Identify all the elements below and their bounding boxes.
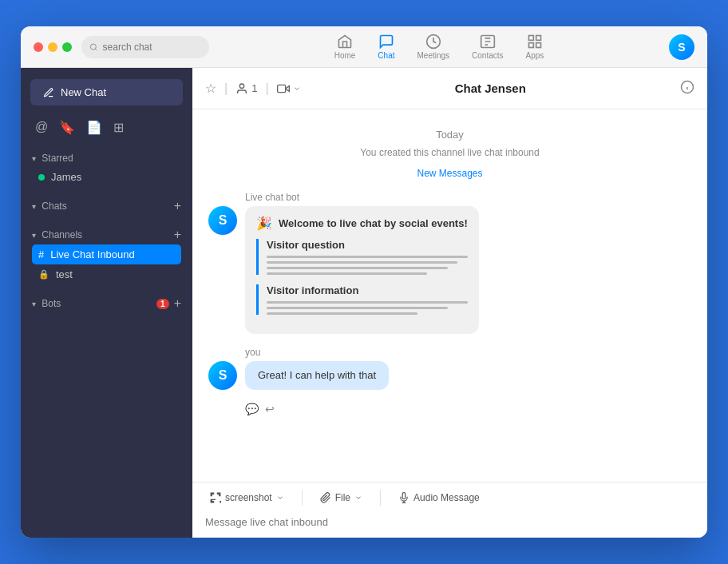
line5 — [267, 301, 468, 304]
svg-rect-5 — [528, 43, 533, 48]
nav-chat[interactable]: Chat — [378, 34, 394, 60]
svg-rect-9 — [277, 85, 285, 92]
video-icon — [277, 82, 290, 95]
info-icon — [680, 80, 694, 94]
line1 — [267, 256, 468, 258]
line4 — [267, 272, 427, 275]
channels-header[interactable]: ▾ Channels + — [32, 225, 181, 244]
nav-home[interactable]: Home — [334, 34, 356, 60]
titlebar: Home Chat Meetings Contacts Apps S — [21, 26, 707, 68]
channels-section: ▾ Channels + # Live Chat Inbound 🔒 test — [21, 220, 192, 289]
sidebar-quick-icons: @ 🔖 📄 ⊞ — [21, 117, 192, 145]
minimize-button[interactable] — [48, 42, 57, 52]
visitor-info-section: Visitor information — [256, 284, 468, 315]
file-attach-icon — [320, 492, 331, 503]
input-toolbar: screenshot File Audio Message — [205, 489, 694, 506]
test-channel-label: test — [56, 268, 73, 280]
chat-title: Chat Jensen — [311, 81, 671, 95]
screenshot-button[interactable]: screenshot — [205, 489, 289, 506]
message-input[interactable] — [205, 513, 694, 531]
line3 — [267, 267, 448, 269]
star-icon[interactable]: ☆ — [205, 81, 216, 96]
starred-label: Starred — [42, 153, 73, 164]
person-icon — [235, 82, 248, 95]
you-message-text: Great! I can help with that — [258, 369, 376, 381]
line6 — [267, 307, 448, 309]
messages-container[interactable]: Today You created this channel live chat… — [192, 109, 707, 482]
add-chat-button[interactable]: + — [174, 200, 181, 212]
svg-point-0 — [90, 44, 96, 50]
bots-label: Bots — [42, 298, 61, 309]
lock-icon: 🔒 — [38, 269, 49, 280]
nav-meetings-label: Meetings — [417, 51, 449, 60]
svg-rect-4 — [536, 36, 541, 41]
meetings-icon — [425, 34, 441, 50]
chat-area: ☆ | 1 | Chat Jensen — [192, 68, 707, 538]
screenshot-icon — [210, 492, 221, 503]
bots-badge: 1 — [156, 299, 169, 309]
search-input[interactable] — [103, 42, 201, 53]
visitor-question-section: Visitor question — [256, 239, 468, 275]
bots-section: ▾ Bots 1 + — [21, 289, 192, 318]
line7 — [267, 312, 417, 315]
search-bar[interactable] — [81, 36, 209, 58]
info-button[interactable] — [680, 80, 694, 97]
new-chat-label: New Chat — [61, 86, 106, 98]
nav-chat-label: Chat — [378, 51, 394, 60]
file-button[interactable]: File — [315, 489, 367, 506]
app-window: Home Chat Meetings Contacts Apps S — [21, 26, 707, 538]
channel-info: You created this channel live chat inbou… — [208, 147, 691, 158]
starred-header[interactable]: ▾ Starred — [32, 149, 181, 167]
nav-contacts[interactable]: Contacts — [472, 34, 503, 60]
participant-count[interactable]: 1 — [235, 82, 257, 95]
visitor-info-title: Visitor information — [267, 284, 468, 296]
audio-label: Audio Message — [413, 492, 480, 503]
maximize-button[interactable] — [62, 42, 72, 52]
file-dropdown-icon — [354, 494, 362, 502]
sep2 — [380, 490, 381, 506]
add-bot-button[interactable]: + — [174, 297, 181, 310]
screenshot-dropdown-icon — [276, 494, 284, 502]
sidebar: New Chat @ 🔖 📄 ⊞ ▾ Starred James — [21, 68, 192, 538]
divider2: | — [265, 81, 268, 96]
chats-arrow-icon: ▾ — [32, 202, 36, 211]
svg-rect-6 — [536, 43, 541, 48]
user-avatar[interactable]: S — [669, 34, 694, 60]
nav-apps[interactable]: Apps — [526, 34, 544, 60]
mic-icon — [398, 492, 410, 503]
video-button[interactable] — [277, 82, 301, 95]
sep1 — [302, 490, 303, 506]
chats-header[interactable]: ▾ Chats + — [32, 197, 181, 216]
visitor-question-title: Visitor question — [267, 239, 468, 251]
sidebar-item-test[interactable]: 🔒 test — [32, 264, 181, 284]
svg-point-7 — [239, 84, 243, 88]
nav-meetings[interactable]: Meetings — [417, 34, 449, 60]
bot-sender-label: Live chat bot — [245, 192, 691, 203]
main-content: New Chat @ 🔖 📄 ⊞ ▾ Starred James — [21, 68, 707, 538]
chat-icon — [378, 34, 394, 50]
starred-arrow-icon: ▾ — [32, 154, 36, 163]
screenshot-label: screenshot — [225, 492, 272, 503]
channel-hash-icon: # — [38, 248, 44, 260]
close-button[interactable] — [34, 42, 43, 52]
file-icon[interactable]: 📄 — [86, 120, 102, 135]
chat-header-left: ☆ | 1 | — [205, 81, 301, 96]
sidebar-item-james[interactable]: James — [32, 167, 181, 187]
emoji-react-button[interactable]: 💬 — [245, 403, 259, 415]
channels-arrow-icon: ▾ — [32, 231, 36, 240]
bots-header[interactable]: ▾ Bots 1 + — [32, 294, 181, 313]
add-channel-button[interactable]: + — [174, 228, 181, 241]
new-chat-button[interactable]: New Chat — [30, 79, 183, 105]
reply-button[interactable]: ↩ — [265, 403, 275, 415]
online-indicator — [38, 174, 45, 181]
search-icon — [89, 42, 98, 52]
sidebar-item-live-chat-inbound[interactable]: # Live Chat Inbound — [32, 244, 181, 264]
you-avatar: S — [208, 361, 237, 390]
live-chat-inbound-label: Live Chat Inbound — [50, 248, 135, 260]
audio-button[interactable]: Audio Message — [394, 489, 485, 506]
grid-icon[interactable]: ⊞ — [113, 120, 124, 135]
apps-icon — [527, 34, 543, 50]
mention-icon[interactable]: @ — [35, 120, 48, 135]
svg-rect-3 — [528, 36, 533, 41]
bookmark-icon[interactable]: 🔖 — [59, 120, 75, 135]
